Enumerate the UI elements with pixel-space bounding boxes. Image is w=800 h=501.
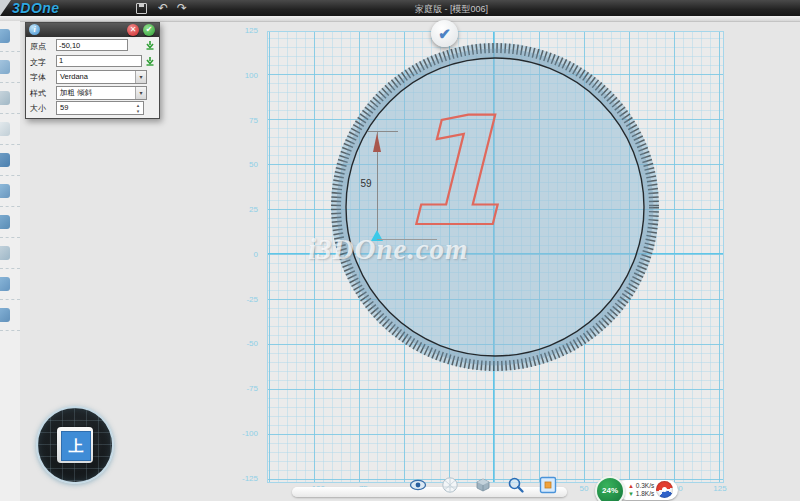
size-label: 大小 (30, 103, 46, 114)
window-title: 家庭版 - [模型006] (415, 3, 488, 16)
sidebar-tool-1[interactable] (0, 21, 20, 52)
y-axis-label: -125 (232, 474, 258, 483)
tool-icon (0, 184, 10, 198)
download-speed: ▼ 1.8K/s (628, 490, 654, 498)
size-value: 59 (60, 102, 68, 114)
tool-icon (0, 308, 10, 322)
app-logo: 3DOne (12, 0, 60, 16)
text-properties-panel: i ✕ ✔ 原点 文字 字体 Verdana ▾ (25, 22, 160, 119)
view-cube-top-face[interactable]: 上 (61, 431, 91, 461)
sidebar-tool-7[interactable] (0, 207, 20, 238)
app-logo-icon (0, 0, 11, 16)
tool-icon (0, 29, 10, 43)
tool-icon (0, 215, 10, 229)
style-select[interactable]: 加粗 倾斜 ▾ (56, 86, 147, 100)
title-bar: 3DOne ↶ ↷ 家庭版 - [模型006] (0, 0, 800, 16)
confirm-bubble-button[interactable]: ✔ (431, 20, 458, 47)
upload-speed: ▲ 0.3K/s (628, 482, 654, 490)
y-axis-label: 100 (232, 71, 258, 80)
render-mode-cube-icon[interactable] (474, 476, 492, 494)
sidebar-tool-2[interactable] (0, 52, 20, 83)
undo-icon[interactable]: ↶ (155, 1, 171, 15)
style-select-value: 加粗 倾斜 (60, 88, 92, 97)
style-label: 样式 (30, 88, 46, 99)
pick-point-icon[interactable] (145, 40, 155, 50)
sidebar-tool-6[interactable] (0, 176, 20, 207)
y-axis-label: -25 (232, 295, 258, 304)
pick-text-icon[interactable] (145, 56, 155, 66)
confirm-button[interactable]: ✔ (143, 24, 155, 36)
view-cube-tile: 上 (57, 427, 93, 463)
stepper-arrows-icon[interactable]: ▴▾ (134, 102, 142, 114)
app-window: 3DOne ↶ ↷ 家庭版 - [模型006] 125 100 75 50 25… (0, 0, 800, 501)
progress-badge[interactable]: 24% (595, 476, 625, 501)
info-icon: i (29, 24, 40, 35)
origin-input[interactable] (56, 39, 128, 51)
font-select[interactable]: Verdana ▾ (56, 70, 147, 84)
x-axis-label: 50 (570, 484, 598, 493)
text-preview-outline[interactable]: 1 (386, 97, 516, 247)
y-axis-label: 75 (232, 116, 258, 125)
chevron-down-icon: ▾ (135, 71, 146, 83)
sidebar-tool-3[interactable] (0, 83, 20, 114)
cancel-button[interactable]: ✕ (127, 24, 139, 36)
tool-icon (0, 60, 10, 74)
font-label: 字体 (30, 72, 46, 83)
origin-label: 原点 (30, 41, 46, 52)
browser-pinwheel-icon[interactable] (656, 481, 673, 498)
download-arrow-icon: ▼ (628, 491, 634, 497)
sidebar-tool-9[interactable] (0, 269, 20, 300)
panel-header: i ✕ ✔ (26, 23, 159, 37)
text-input[interactable] (56, 55, 142, 67)
size-stepper[interactable]: 59 ▴▾ (56, 101, 144, 115)
y-axis-label: 125 (232, 26, 258, 35)
sidebar-tool-4[interactable] (0, 114, 20, 145)
y-axis-label: -50 (232, 339, 258, 348)
y-axis-label: -100 (232, 429, 258, 438)
chevron-down-icon: ▾ (135, 87, 146, 99)
font-select-value: Verdana (60, 72, 88, 81)
redo-icon[interactable]: ↷ (174, 1, 190, 15)
dimension-arrow-icon (373, 133, 381, 152)
view-sphere-icon[interactable] (441, 476, 459, 494)
zoom-magnifier-icon[interactable] (507, 476, 525, 494)
sidebar-tool-5[interactable] (0, 145, 20, 176)
dimension-value[interactable]: 59 (358, 178, 374, 189)
tool-icon (0, 246, 10, 260)
frame-select-icon[interactable] (539, 476, 557, 494)
visibility-eye-icon[interactable] (409, 476, 427, 494)
left-toolbar (0, 21, 20, 501)
x-axis-label: 125 (706, 484, 734, 493)
view-navigation-wheel[interactable]: 上 (36, 406, 114, 484)
bottom-toolbar-handle[interactable] (292, 487, 567, 497)
tool-icon (0, 277, 10, 291)
y-axis-label: 25 (232, 205, 258, 214)
text-label: 文字 (30, 57, 46, 68)
sidebar-tool-8[interactable] (0, 238, 20, 269)
dimension-base-line (377, 239, 437, 240)
save-icon[interactable] (136, 3, 147, 14)
y-axis-label: -75 (232, 384, 258, 393)
tool-icon (0, 91, 10, 105)
dimension-extension-line (368, 131, 398, 132)
tool-icon (0, 153, 10, 167)
tool-icon (0, 122, 10, 136)
upload-arrow-icon: ▲ (628, 483, 634, 489)
y-axis-label: 0 (232, 250, 258, 259)
y-axis-label: 50 (232, 160, 258, 169)
sidebar-tool-10[interactable] (0, 300, 20, 331)
